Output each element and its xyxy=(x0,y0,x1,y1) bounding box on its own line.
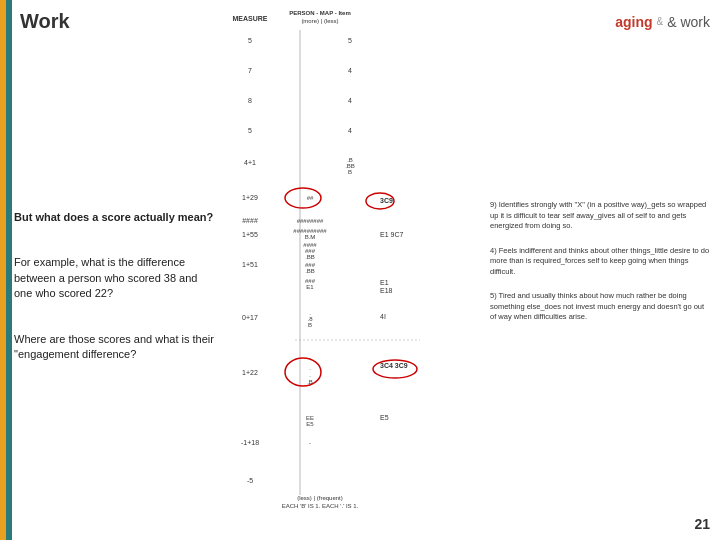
svg-text:E18: E18 xyxy=(380,287,393,294)
logo-work: & work xyxy=(667,14,710,30)
right-text-panel: 9) Identifies strongly with "X" (in a po… xyxy=(490,200,710,337)
logo-area: aging & & work xyxy=(615,14,710,30)
svg-text:(less) | (frequent): (less) | (frequent) xyxy=(297,495,343,501)
svg-text:B.M: B.M xyxy=(305,234,316,240)
svg-text:5: 5 xyxy=(348,37,352,44)
svg-text:.: . xyxy=(309,372,311,378)
svg-text:4: 4 xyxy=(348,67,352,74)
svg-text:-: - xyxy=(309,440,311,446)
text-block-2-content: For example, what is the difference betw… xyxy=(14,255,214,301)
svg-text:##: ## xyxy=(307,195,314,201)
chart-svg: MEASURE PERSON - MAP - Item (more) | (le… xyxy=(220,5,490,515)
svg-text:B: B xyxy=(308,322,312,328)
text-block-1: But what does a score actually mean? xyxy=(14,210,214,225)
svg-text:E5: E5 xyxy=(380,414,389,421)
svg-text:3C9: 3C9 xyxy=(380,197,393,204)
page-title: Work xyxy=(20,10,70,33)
svg-text:B: B xyxy=(348,169,352,175)
svg-text:5: 5 xyxy=(248,127,252,134)
svg-text:-1+18: -1+18 xyxy=(241,439,259,446)
right-text-2: 4) Feels indifferent and thinks about ot… xyxy=(490,246,710,278)
right-text-1: 9) Identifies strongly with "X" (in a po… xyxy=(490,200,710,232)
svg-text:0+17: 0+17 xyxy=(242,314,258,321)
svg-text:4: 4 xyxy=(348,97,352,104)
left-bar-teal xyxy=(6,0,12,540)
svg-text:MEASURE: MEASURE xyxy=(232,15,267,22)
svg-text:####: #### xyxy=(242,217,258,224)
right-text-block-3: 5) Tired and usually thinks about how mu… xyxy=(490,291,710,323)
svg-text:E5: E5 xyxy=(306,421,314,427)
svg-text:.: . xyxy=(309,365,311,371)
svg-text:1+29: 1+29 xyxy=(242,194,258,201)
svg-text:1+22: 1+22 xyxy=(242,369,258,376)
svg-text:(more) | (less): (more) | (less) xyxy=(301,18,338,24)
svg-text:4: 4 xyxy=(348,127,352,134)
logo-aging: aging xyxy=(615,14,652,30)
svg-text:.BB: .BB xyxy=(305,254,315,260)
svg-text:1+55: 1+55 xyxy=(242,231,258,238)
right-text-block-1: 9) Identifies strongly with "X" (in a po… xyxy=(490,200,710,232)
svg-text:.BB: .BB xyxy=(305,268,315,274)
svg-text:-5: -5 xyxy=(247,477,253,484)
text-block-3: Where are those scores and what is their… xyxy=(14,332,214,363)
svg-text:E1: E1 xyxy=(306,284,314,290)
page-container: Work aging & & work But what does a scor… xyxy=(0,0,720,540)
svg-text:########: ######## xyxy=(297,218,324,224)
right-text-block-2: 4) Feels indifferent and thinks about ot… xyxy=(490,246,710,278)
svg-text:.B: .B xyxy=(307,379,313,385)
svg-point-45 xyxy=(285,358,321,386)
right-text-3: 5) Tired and usually thinks about how mu… xyxy=(490,291,710,323)
svg-text:4I: 4I xyxy=(380,313,386,320)
svg-text:1+51: 1+51 xyxy=(242,261,258,268)
svg-text:4+1: 4+1 xyxy=(244,159,256,166)
svg-text:7: 7 xyxy=(248,67,252,74)
svg-text:E1  9C7: E1 9C7 xyxy=(380,231,403,238)
text-block-2: For example, what is the difference betw… xyxy=(14,255,214,301)
left-text-panel: But what does a score actually mean? For… xyxy=(14,210,214,392)
page-number: 21 xyxy=(694,516,710,532)
svg-text:5: 5 xyxy=(248,37,252,44)
svg-point-18 xyxy=(285,188,321,208)
text-block-1-content: But what does a score actually mean? xyxy=(14,210,214,225)
svg-text:3C4  3C9: 3C4 3C9 xyxy=(380,362,408,369)
svg-text:8: 8 xyxy=(248,97,252,104)
svg-text:EACH 'B' IS 1. EACH '.' IS 1.: EACH 'B' IS 1. EACH '.' IS 1. xyxy=(282,503,359,509)
svg-text:E1: E1 xyxy=(380,279,389,286)
svg-text:PERSON - MAP - Item: PERSON - MAP - Item xyxy=(289,10,351,16)
text-block-3-content: Where are those scores and what is their… xyxy=(14,332,214,363)
